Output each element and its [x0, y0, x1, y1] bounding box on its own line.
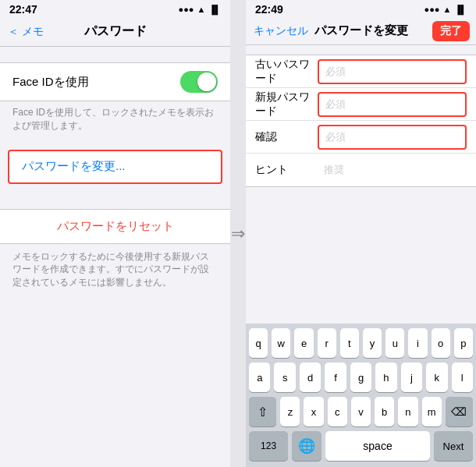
face-id-toggle[interactable]: [180, 71, 218, 93]
old-password-input[interactable]: 必須: [318, 59, 467, 84]
hint-placeholder: 推奨: [324, 163, 344, 177]
keyboard-row-2: a s d f g h j k l: [249, 363, 473, 392]
key-l[interactable]: l: [452, 363, 473, 392]
shift-key[interactable]: ⇧: [249, 397, 276, 426]
battery-icon: ▐▌: [208, 5, 221, 14]
key-d[interactable]: d: [300, 363, 321, 392]
left-panel: 22:47 ●●● ▲ ▐▌ ＜ メモ パスワード Face IDを使用 Fac…: [0, 0, 230, 467]
key-y[interactable]: y: [363, 328, 382, 358]
numbers-key[interactable]: 123: [249, 431, 288, 461]
arrow-icon: ⇒: [231, 224, 245, 244]
delete-key[interactable]: ⌫: [446, 397, 473, 426]
arrow-divider: ⇒: [230, 0, 246, 467]
right-status-bar: 22:49 ●●● ▲ ▐▌: [246, 0, 476, 19]
change-password-row[interactable]: パスワードを変更...: [8, 150, 222, 184]
confirm-label: 確認: [255, 130, 318, 144]
right-time: 22:49: [255, 3, 283, 16]
password-form: 古いパスワード 必須 新規パスワード 必須 確認 必須 ヒント 推奨: [246, 55, 476, 187]
key-b[interactable]: b: [375, 397, 394, 426]
hint-row: ヒント 推奨: [246, 154, 476, 186]
left-time: 22:47: [9, 3, 37, 16]
key-f[interactable]: f: [325, 363, 346, 392]
reset-section: パスワードをリセット メモをロックするために今後使用する新規パスワードを作成でき…: [0, 209, 230, 295]
new-password-label: 新規パスワード: [255, 90, 318, 119]
face-id-group: Face IDを使用: [0, 62, 230, 101]
key-w[interactable]: w: [272, 328, 290, 358]
new-password-placeholder: 必須: [325, 97, 346, 111]
reset-btn-row[interactable]: パスワードをリセット: [0, 209, 230, 244]
face-id-label: Face IDを使用: [12, 75, 89, 90]
left-status-bar: 22:47 ●●● ▲ ▐▌: [0, 0, 230, 19]
space-key[interactable]: space: [325, 431, 430, 461]
key-k[interactable]: k: [426, 363, 447, 392]
right-panel: 22:49 ●●● ▲ ▐▌ キャンセル パスワードを変更 完了 古いパスワード…: [246, 0, 476, 467]
right-status-icons: ●●● ▲ ▐▌: [424, 5, 467, 14]
keyboard-row-4: 123 🌐 space Next: [249, 431, 473, 461]
old-password-row: 古いパスワード 必須: [246, 55, 476, 88]
hint-input[interactable]: 推奨: [318, 158, 467, 182]
old-password-placeholder: 必須: [325, 65, 346, 79]
next-key[interactable]: Next: [434, 431, 473, 461]
key-i[interactable]: i: [408, 328, 427, 358]
key-r[interactable]: r: [318, 328, 336, 358]
key-t[interactable]: t: [340, 328, 359, 358]
keyboard: q w e r t y u i o p a s d f g h j k l ⇧ …: [246, 324, 476, 467]
key-v[interactable]: v: [351, 397, 371, 426]
key-g[interactable]: g: [350, 363, 371, 392]
key-e[interactable]: e: [294, 328, 313, 358]
confirm-placeholder: 必須: [325, 130, 346, 144]
confirm-row: 確認 必須: [246, 121, 476, 154]
right-wifi-icon: ▲: [443, 5, 452, 14]
change-password-label: パスワードを変更...: [22, 159, 126, 174]
left-status-icons: ●●● ▲ ▐▌: [179, 5, 221, 14]
new-password-input[interactable]: 必須: [318, 92, 467, 117]
right-nav-title: パスワードを変更: [314, 23, 408, 38]
old-password-label: 古いパスワード: [255, 58, 318, 86]
key-s[interactable]: s: [274, 363, 295, 392]
face-id-section: Face IDを使用 Face IDを使用して、ロックされたメモを表示および管理…: [0, 62, 230, 140]
signal-icon: ●●●: [179, 5, 194, 14]
back-button[interactable]: ＜ メモ: [8, 25, 44, 39]
key-q[interactable]: q: [249, 328, 268, 358]
new-password-row: 新規パスワード 必須: [246, 88, 476, 121]
key-h[interactable]: h: [375, 363, 396, 392]
key-x[interactable]: x: [304, 397, 323, 426]
left-nav-bar: ＜ メモ パスワード: [0, 19, 230, 47]
reset-btn-label: パスワードをリセット: [57, 219, 174, 232]
reset-description: メモをロックするために今後使用する新規パスワードを作成できます。すでにパスワード…: [0, 244, 230, 295]
wifi-icon: ▲: [197, 5, 206, 14]
done-button[interactable]: 完了: [432, 21, 470, 41]
confirm-input[interactable]: 必須: [318, 125, 467, 150]
key-j[interactable]: j: [401, 363, 422, 392]
toggle-knob: [197, 73, 216, 91]
face-id-description: Face IDを使用して、ロックされたメモを表示および管理します。: [0, 101, 230, 140]
right-signal-icon: ●●●: [424, 5, 440, 14]
right-battery-icon: ▐▌: [454, 5, 467, 14]
spacer: [0, 193, 230, 209]
right-nav-bar: キャンセル パスワードを変更 完了: [246, 19, 476, 45]
key-c[interactable]: c: [328, 397, 347, 426]
globe-key[interactable]: 🌐: [292, 431, 321, 461]
face-id-row[interactable]: Face IDを使用: [0, 63, 230, 101]
keyboard-row-3: ⇧ z x c v b n m ⌫: [249, 397, 473, 426]
hint-label: ヒント: [255, 163, 318, 177]
key-p[interactable]: p: [454, 328, 473, 358]
key-o[interactable]: o: [432, 328, 450, 358]
left-nav-title: パスワード: [84, 23, 147, 40]
key-u[interactable]: u: [385, 328, 404, 358]
cancel-button[interactable]: キャンセル: [254, 24, 308, 38]
key-n[interactable]: n: [398, 397, 417, 426]
key-a[interactable]: a: [249, 363, 270, 392]
key-z[interactable]: z: [280, 397, 300, 426]
key-m[interactable]: m: [422, 397, 442, 426]
keyboard-row-1: q w e r t y u i o p: [249, 328, 473, 358]
